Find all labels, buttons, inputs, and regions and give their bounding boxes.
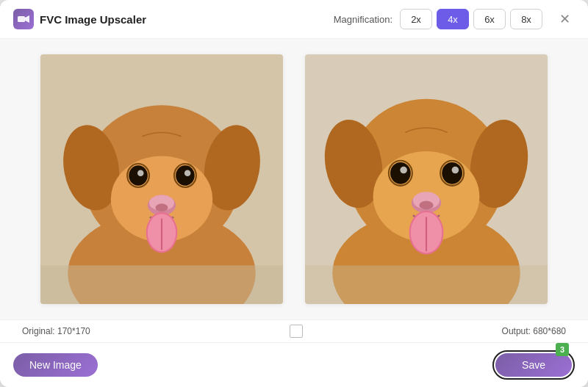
mag-2x-button[interactable]: 2x	[400, 9, 432, 29]
output-image-panel	[305, 54, 548, 304]
svg-point-35	[419, 200, 433, 209]
mag-4x-button[interactable]: 4x	[437, 9, 469, 29]
svg-marker-1	[25, 15, 29, 23]
original-image-panel	[40, 54, 283, 304]
svg-point-30	[442, 162, 462, 184]
svg-point-12	[184, 170, 191, 176]
status-bar: Original: 170*170 Output: 680*680	[0, 319, 588, 342]
magnification-label: Magnification:	[334, 14, 392, 25]
svg-point-8	[129, 165, 148, 186]
svg-point-28	[400, 166, 407, 173]
magnification-buttons: 2x 4x 6x 8x	[400, 9, 542, 29]
svg-point-16	[155, 203, 168, 211]
content-area	[0, 39, 588, 319]
app-logo	[13, 9, 34, 29]
svg-rect-20	[40, 265, 283, 304]
output-image	[305, 54, 548, 304]
save-button[interactable]: Save	[495, 353, 572, 377]
svg-point-31	[452, 166, 459, 173]
original-image	[40, 54, 283, 304]
action-bar: New Image 3 Save	[0, 342, 588, 387]
save-area: 3 Save	[492, 350, 575, 380]
mag-8x-button[interactable]: 8x	[510, 9, 542, 29]
mag-6x-button[interactable]: 6x	[473, 9, 506, 29]
svg-point-11	[176, 165, 195, 186]
app-window: FVC Image Upscaler Magnification: 2x 4x …	[0, 0, 588, 387]
svg-point-9	[137, 170, 144, 176]
save-badge: 3	[556, 343, 569, 356]
title-bar: FVC Image Upscaler Magnification: 2x 4x …	[0, 0, 588, 39]
original-size-label: Original: 170*170	[22, 326, 90, 336]
close-button[interactable]: ✕	[554, 9, 575, 29]
new-image-button[interactable]: New Image	[13, 353, 98, 377]
svg-rect-0	[18, 16, 25, 22]
svg-rect-39	[305, 265, 548, 304]
output-size-label: Output: 680*680	[502, 326, 566, 336]
status-icon	[290, 325, 303, 338]
svg-point-27	[390, 162, 411, 184]
app-title: FVC Image Upscaler	[40, 13, 334, 26]
